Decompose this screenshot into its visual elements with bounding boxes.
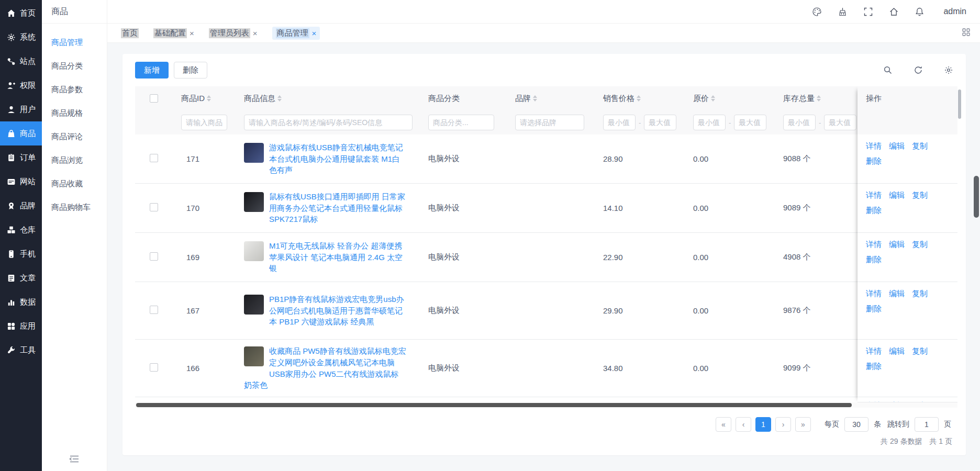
copy-link[interactable]: 复制 bbox=[912, 286, 928, 301]
jump-page-input[interactable] bbox=[915, 417, 939, 432]
home-icon[interactable] bbox=[889, 7, 899, 17]
filter-brand-select[interactable] bbox=[515, 115, 584, 130]
tab-options-icon[interactable] bbox=[962, 28, 971, 37]
edit-link[interactable]: 编辑 bbox=[889, 286, 905, 301]
table-vertical-scrollbar[interactable] bbox=[957, 86, 962, 402]
delete-link[interactable]: 删除 bbox=[866, 301, 882, 317]
sidebar-item-system[interactable]: 系统 bbox=[0, 25, 42, 49]
select-all-checkbox[interactable] bbox=[150, 94, 158, 103]
sidebar-item-data[interactable]: 数据 bbox=[0, 290, 42, 314]
sidebar-item-brand[interactable]: 品牌 bbox=[0, 194, 42, 218]
first-page-button[interactable]: « bbox=[716, 417, 731, 432]
sort-caret[interactable] bbox=[277, 95, 282, 102]
row-checkbox[interactable] bbox=[150, 252, 158, 261]
edit-link[interactable]: 编辑 bbox=[889, 188, 905, 203]
sidebar-item-phone[interactable]: 手机 bbox=[0, 242, 42, 266]
detail-link[interactable]: 详情 bbox=[866, 188, 882, 203]
fullscreen-icon[interactable] bbox=[863, 7, 873, 17]
sidebar-item-permission[interactable]: 权限 bbox=[0, 73, 42, 97]
close-icon[interactable]: × bbox=[312, 29, 317, 37]
delete-button[interactable]: 删除 bbox=[174, 62, 207, 78]
copy-link[interactable]: 复制 bbox=[912, 139, 928, 154]
filter-original-max-input[interactable] bbox=[734, 115, 766, 130]
search-icon[interactable] bbox=[883, 65, 893, 75]
detail-link[interactable]: 详情 bbox=[866, 237, 882, 252]
sidebar-item-apps[interactable]: 应用 bbox=[0, 314, 42, 338]
sidebar-item-warehouse[interactable]: 仓库 bbox=[0, 218, 42, 242]
delete-link[interactable]: 删除 bbox=[866, 203, 882, 218]
palette-icon[interactable] bbox=[812, 7, 822, 17]
sidebar-item-website[interactable]: 网站 bbox=[0, 170, 42, 194]
submenu-item-goods-params[interactable]: 商品参数 bbox=[42, 78, 107, 102]
product-title-link[interactable]: 鼠标有线USB接口通用即插即用 日常家用商务办公笔记本台式通用轻量化鼠标 SPK… bbox=[269, 192, 405, 224]
edit-link[interactable]: 编辑 bbox=[889, 398, 905, 402]
sidebar-item-user[interactable]: 用户 bbox=[0, 97, 42, 121]
per-page-input[interactable] bbox=[844, 417, 868, 432]
sidebar-item-goods[interactable]: 商品 bbox=[0, 121, 42, 145]
close-icon[interactable]: × bbox=[190, 29, 194, 37]
detail-link[interactable]: 详情 bbox=[866, 286, 882, 301]
sidebar-item-home[interactable]: 首页 bbox=[0, 1, 42, 25]
collapse-sidebar-icon[interactable] bbox=[69, 453, 80, 465]
user-menu[interactable]: admin bbox=[943, 7, 966, 16]
page-number-button[interactable]: 1 bbox=[755, 417, 771, 432]
delete-link[interactable]: 删除 bbox=[866, 252, 882, 267]
product-title-link[interactable]: 收藏商品 PW5静音有线游戏鼠标电竞宏定义网吧外设金属机械风笔记本电脑USB家用… bbox=[244, 346, 406, 389]
detail-link[interactable]: 详情 bbox=[866, 344, 882, 359]
copy-link[interactable]: 复制 bbox=[912, 398, 928, 402]
scrollbar-thumb[interactable] bbox=[958, 89, 961, 119]
filter-stock-max-input[interactable] bbox=[824, 115, 856, 130]
detail-link[interactable]: 详情 bbox=[866, 398, 882, 402]
filter-original-min-input[interactable] bbox=[693, 115, 726, 130]
submenu-item-goods-comment[interactable]: 商品评论 bbox=[42, 125, 107, 149]
tab-basic-config[interactable]: 基础配置× bbox=[153, 28, 194, 38]
row-checkbox[interactable] bbox=[150, 363, 158, 372]
delete-link[interactable]: 删除 bbox=[866, 154, 882, 169]
sort-caret[interactable] bbox=[533, 95, 537, 102]
filter-sale-min-input[interactable] bbox=[603, 115, 636, 130]
filter-category-input[interactable] bbox=[428, 115, 494, 130]
product-title-link[interactable]: PB1P静音有线鼠标游戏宏电竞男usb办公网吧台式机电脑适用于惠普华硕笔记本 P… bbox=[269, 295, 404, 327]
filter-product-id-input[interactable] bbox=[181, 115, 227, 130]
tab-home[interactable]: 首页 bbox=[121, 28, 139, 38]
submenu-item-goods-category[interactable]: 商品分类 bbox=[42, 54, 107, 78]
refresh-icon[interactable] bbox=[914, 65, 923, 75]
sort-caret[interactable] bbox=[637, 95, 641, 102]
sidebar-item-order[interactable]: 订单 bbox=[0, 145, 42, 170]
page-scrollbar-thumb[interactable] bbox=[974, 176, 979, 218]
add-button[interactable]: 新增 bbox=[135, 62, 169, 78]
last-page-button[interactable]: » bbox=[795, 417, 811, 432]
notification-bell-icon[interactable] bbox=[915, 7, 925, 17]
product-title-link[interactable]: 游戏鼠标有线USB静音宏机械电竞笔记本台式机电脑办公通用键鼠套装 M1白色有声 bbox=[269, 143, 403, 175]
sidebar-item-tools[interactable]: 工具 bbox=[0, 338, 42, 362]
tab-admin-list[interactable]: 管理员列表× bbox=[209, 28, 258, 38]
detail-link[interactable]: 详情 bbox=[866, 139, 882, 154]
sort-caret[interactable] bbox=[207, 95, 211, 102]
clear-cache-icon[interactable] bbox=[838, 7, 848, 17]
submenu-item-goods-spec[interactable]: 商品规格 bbox=[42, 102, 107, 125]
filter-sale-max-input[interactable] bbox=[644, 115, 676, 130]
filter-product-info-input[interactable] bbox=[244, 115, 413, 130]
sort-caret[interactable] bbox=[817, 95, 821, 102]
submenu-item-goods-view[interactable]: 商品浏览 bbox=[42, 149, 107, 172]
table-horizontal-scrollbar[interactable] bbox=[135, 402, 957, 408]
copy-link[interactable]: 复制 bbox=[912, 188, 928, 203]
edit-link[interactable]: 编辑 bbox=[889, 139, 905, 154]
tab-goods-manage[interactable]: 商品管理× bbox=[272, 27, 320, 40]
sidebar-item-site[interactable]: 站点 bbox=[0, 49, 42, 73]
filter-stock-min-input[interactable] bbox=[783, 115, 816, 130]
submenu-item-goods-cart[interactable]: 商品购物车 bbox=[42, 196, 107, 219]
edit-link[interactable]: 编辑 bbox=[889, 237, 905, 252]
submenu-item-goods-favorite[interactable]: 商品收藏 bbox=[42, 172, 107, 196]
row-checkbox[interactable] bbox=[150, 203, 158, 211]
delete-link[interactable]: 删除 bbox=[866, 359, 882, 374]
sort-caret[interactable] bbox=[711, 95, 715, 102]
settings-gear-icon[interactable] bbox=[944, 65, 953, 75]
product-title-link[interactable]: M1可充电无线鼠标 轻音办公 超薄便携 苹果风设计 笔记本电脑通用 2.4G 太… bbox=[269, 241, 403, 273]
prev-page-button[interactable]: ‹ bbox=[736, 417, 751, 432]
row-checkbox[interactable] bbox=[150, 154, 158, 162]
next-page-button[interactable]: › bbox=[775, 417, 791, 432]
close-icon[interactable]: × bbox=[253, 29, 258, 37]
sidebar-item-article[interactable]: 文章 bbox=[0, 266, 42, 290]
edit-link[interactable]: 编辑 bbox=[889, 344, 905, 359]
